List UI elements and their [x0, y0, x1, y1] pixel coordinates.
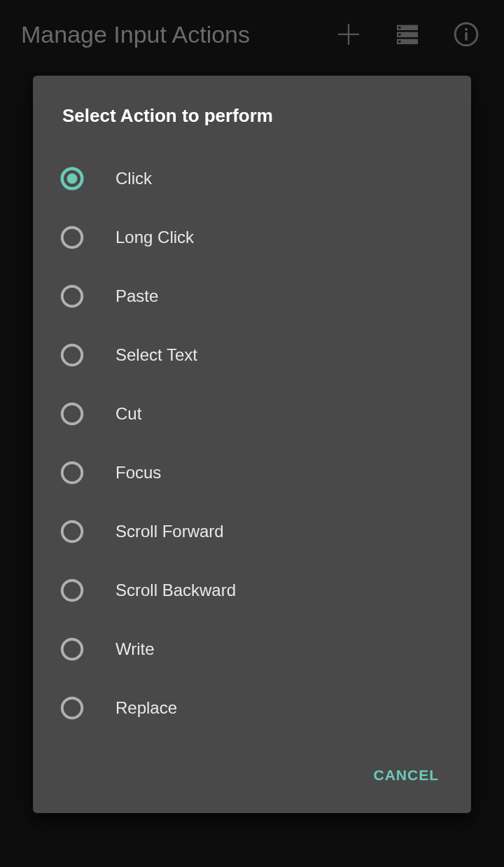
dialog-scrim: Select Action to perform Click Long Clic… [0, 0, 504, 867]
option-label: Focus [115, 463, 161, 483]
option-label: Scroll Forward [115, 522, 224, 541]
svg-point-16 [62, 404, 83, 424]
svg-point-21 [62, 698, 83, 719]
option-long-click[interactable]: Long Click [44, 208, 460, 267]
select-action-dialog: Select Action to perform Click Long Clic… [33, 76, 471, 813]
option-focus[interactable]: Focus [44, 443, 460, 502]
cancel-button[interactable]: CANCEL [371, 760, 442, 791]
radio-unchecked-icon [59, 460, 85, 485]
radio-checked-icon [59, 166, 85, 191]
option-scroll-backward[interactable]: Scroll Backward [44, 561, 460, 620]
svg-point-20 [62, 639, 83, 660]
svg-point-17 [62, 463, 83, 483]
option-label: Scroll Backward [115, 581, 236, 600]
option-replace[interactable]: Replace [44, 679, 460, 737]
option-label: Replace [115, 698, 177, 718]
option-click[interactable]: Click [44, 149, 460, 208]
option-write[interactable]: Write [44, 620, 460, 679]
svg-point-19 [62, 581, 83, 601]
dialog-actions: CANCEL [33, 746, 471, 813]
option-label: Write [115, 639, 155, 659]
radio-unchecked-icon [59, 695, 85, 721]
svg-point-15 [62, 345, 83, 366]
option-label: Cut [115, 404, 141, 424]
option-cut[interactable]: Cut [44, 384, 460, 443]
radio-unchecked-icon [59, 519, 85, 544]
radio-unchecked-icon [59, 401, 85, 426]
svg-point-12 [67, 174, 78, 184]
option-paste[interactable]: Paste [44, 267, 460, 326]
radio-unchecked-icon [59, 637, 85, 662]
radio-unchecked-icon [59, 225, 85, 250]
svg-point-18 [62, 522, 83, 542]
option-label: Select Text [115, 345, 197, 365]
option-label: Click [115, 169, 152, 188]
option-scroll-forward[interactable]: Scroll Forward [44, 502, 460, 561]
radio-unchecked-icon [59, 284, 85, 309]
radio-unchecked-icon [59, 578, 85, 603]
option-label: Long Click [115, 228, 194, 247]
svg-point-14 [62, 286, 83, 307]
radio-unchecked-icon [59, 342, 85, 368]
action-options-list: Click Long Click Paste Select Text [33, 144, 471, 746]
svg-point-13 [62, 228, 83, 248]
option-label: Paste [115, 286, 158, 306]
dialog-title: Select Action to perform [33, 76, 471, 144]
option-select-text[interactable]: Select Text [44, 326, 460, 384]
